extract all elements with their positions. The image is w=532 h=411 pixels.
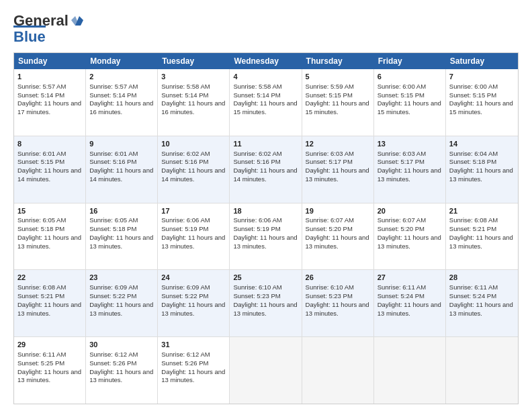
sunset: Sunset: 5:14 PM: [233, 91, 280, 99]
sunrise: Sunrise: 6:01 AM: [17, 150, 66, 157]
daylight: Daylight: 11 hours and 13 minutes.: [161, 368, 225, 384]
cal-cell: 15Sunrise: 6:05 AMSunset: 5:18 PMDayligh…: [14, 203, 86, 270]
cal-cell: [446, 337, 518, 404]
daylight: Daylight: 11 hours and 16 minutes.: [161, 99, 225, 116]
day-number: 30: [89, 340, 154, 350]
day-header-monday: Monday: [86, 53, 158, 69]
sunset: Sunset: 5:18 PM: [449, 158, 496, 165]
calendar: SundayMondayTuesdayWednesdayThursdayFrid…: [13, 52, 519, 404]
sunset: Sunset: 5:16 PM: [161, 158, 208, 165]
sunset: Sunset: 5:20 PM: [306, 225, 353, 232]
day-number: 25: [233, 273, 298, 283]
cal-cell: 24Sunrise: 6:09 AMSunset: 5:22 PMDayligh…: [158, 270, 230, 336]
sunset: Sunset: 5:16 PM: [233, 158, 280, 165]
sunset: Sunset: 5:26 PM: [89, 359, 136, 367]
day-number: 10: [161, 139, 226, 149]
sunset: Sunset: 5:15 PM: [378, 91, 425, 99]
day-header-sunday: Sunday: [14, 53, 86, 69]
day-number: 15: [17, 206, 82, 216]
day-header-thursday: Thursday: [302, 53, 374, 69]
daylight: Daylight: 11 hours and 13 minutes.: [89, 234, 153, 250]
cal-cell: 5Sunrise: 5:59 AMSunset: 5:15 PMDaylight…: [302, 69, 374, 136]
sunset: Sunset: 5:18 PM: [17, 225, 64, 232]
sunrise: Sunrise: 6:11 AM: [449, 283, 498, 291]
daylight: Daylight: 11 hours and 13 minutes.: [17, 301, 81, 317]
day-number: 12: [306, 139, 370, 149]
cal-cell: [302, 337, 374, 404]
daylight: Daylight: 11 hours and 15 minutes.: [378, 99, 441, 116]
daylight: Daylight: 11 hours and 14 minutes.: [89, 167, 153, 183]
cal-cell: 26Sunrise: 6:10 AMSunset: 5:23 PMDayligh…: [302, 270, 374, 336]
sunset: Sunset: 5:15 PM: [449, 91, 496, 99]
daylight: Daylight: 11 hours and 13 minutes.: [449, 301, 513, 317]
day-number: 13: [378, 139, 442, 149]
day-number: 18: [233, 206, 298, 216]
cal-cell: 17Sunrise: 6:06 AMSunset: 5:19 PMDayligh…: [158, 203, 230, 270]
sunset: Sunset: 5:24 PM: [378, 292, 425, 300]
day-number: 23: [89, 273, 154, 283]
daylight: Daylight: 11 hours and 13 minutes.: [306, 301, 369, 317]
sunrise: Sunrise: 6:10 AM: [306, 283, 354, 291]
sunset: Sunset: 5:16 PM: [89, 158, 136, 165]
cal-cell: 1Sunrise: 5:57 AMSunset: 5:14 PMDaylight…: [14, 69, 86, 136]
day-header-tuesday: Tuesday: [158, 53, 230, 69]
day-number: 31: [161, 340, 226, 350]
daylight: Daylight: 11 hours and 13 minutes.: [233, 301, 297, 317]
cal-cell: 25Sunrise: 6:10 AMSunset: 5:23 PMDayligh…: [230, 270, 302, 336]
daylight: Daylight: 11 hours and 15 minutes.: [449, 99, 513, 116]
calendar-body: 1Sunrise: 5:57 AMSunset: 5:14 PMDaylight…: [14, 69, 518, 404]
cal-cell: 20Sunrise: 6:07 AMSunset: 5:20 PMDayligh…: [374, 203, 446, 270]
day-header-wednesday: Wednesday: [230, 53, 302, 69]
sunrise: Sunrise: 6:12 AM: [161, 351, 210, 358]
sunrise: Sunrise: 6:10 AM: [233, 283, 281, 291]
sunrise: Sunrise: 6:09 AM: [89, 283, 138, 291]
cal-cell: 10Sunrise: 6:02 AMSunset: 5:16 PMDayligh…: [158, 136, 230, 203]
cal-cell: 14Sunrise: 6:04 AMSunset: 5:18 PMDayligh…: [446, 136, 518, 203]
calendar-header: SundayMondayTuesdayWednesdayThursdayFrid…: [14, 53, 518, 69]
sunset: Sunset: 5:22 PM: [89, 292, 136, 300]
sunrise: Sunrise: 6:11 AM: [378, 283, 426, 291]
daylight: Daylight: 11 hours and 17 minutes.: [17, 99, 81, 116]
daylight: Daylight: 11 hours and 13 minutes.: [378, 301, 441, 317]
day-number: 2: [89, 72, 154, 82]
day-number: 17: [161, 206, 226, 216]
day-number: 3: [161, 72, 226, 82]
cal-cell: 27Sunrise: 6:11 AMSunset: 5:24 PMDayligh…: [374, 270, 446, 336]
sunset: Sunset: 5:21 PM: [17, 292, 64, 300]
calendar-row-4: 22Sunrise: 6:08 AMSunset: 5:21 PMDayligh…: [14, 269, 518, 336]
sunrise: Sunrise: 6:08 AM: [17, 283, 66, 291]
daylight: Daylight: 11 hours and 13 minutes.: [17, 234, 81, 250]
sunset: Sunset: 5:21 PM: [449, 225, 496, 232]
daylight: Daylight: 11 hours and 16 minutes.: [89, 99, 153, 116]
cal-cell: 22Sunrise: 6:08 AMSunset: 5:21 PMDayligh…: [14, 270, 86, 336]
sunrise: Sunrise: 6:12 AM: [89, 351, 138, 358]
daylight: Daylight: 11 hours and 13 minutes.: [378, 167, 441, 183]
day-number: 29: [17, 340, 82, 350]
sunrise: Sunrise: 6:03 AM: [378, 150, 426, 157]
daylight: Daylight: 11 hours and 15 minutes.: [233, 99, 297, 116]
sunrise: Sunrise: 6:05 AM: [17, 216, 66, 224]
sunrise: Sunrise: 6:02 AM: [161, 150, 210, 157]
day-number: 21: [449, 206, 515, 216]
calendar-row-3: 15Sunrise: 6:05 AMSunset: 5:18 PMDayligh…: [14, 203, 518, 270]
sunrise: Sunrise: 6:00 AM: [449, 83, 498, 90]
daylight: Daylight: 11 hours and 15 minutes.: [306, 99, 369, 116]
sunrise: Sunrise: 6:04 AM: [449, 150, 498, 157]
cal-cell: [374, 337, 446, 404]
day-number: 8: [17, 139, 82, 149]
sunrise: Sunrise: 6:03 AM: [306, 150, 354, 157]
cal-cell: 2Sunrise: 5:57 AMSunset: 5:14 PMDaylight…: [86, 69, 158, 136]
sunset: Sunset: 5:26 PM: [161, 359, 208, 367]
cal-cell: 31Sunrise: 6:12 AMSunset: 5:26 PMDayligh…: [158, 337, 230, 404]
daylight: Daylight: 11 hours and 13 minutes.: [161, 234, 225, 250]
sunrise: Sunrise: 6:06 AM: [161, 216, 210, 224]
cal-cell: 28Sunrise: 6:11 AMSunset: 5:24 PMDayligh…: [446, 270, 518, 336]
sunset: Sunset: 5:20 PM: [378, 225, 425, 232]
sunset: Sunset: 5:19 PM: [161, 225, 208, 232]
sunset: Sunset: 5:23 PM: [233, 292, 280, 300]
cal-cell: 6Sunrise: 6:00 AMSunset: 5:15 PMDaylight…: [374, 69, 446, 136]
cal-cell: 9Sunrise: 6:01 AMSunset: 5:16 PMDaylight…: [86, 136, 158, 203]
daylight: Daylight: 11 hours and 13 minutes.: [306, 167, 369, 183]
sunset: Sunset: 5:15 PM: [17, 158, 64, 165]
day-number: 20: [378, 206, 442, 216]
